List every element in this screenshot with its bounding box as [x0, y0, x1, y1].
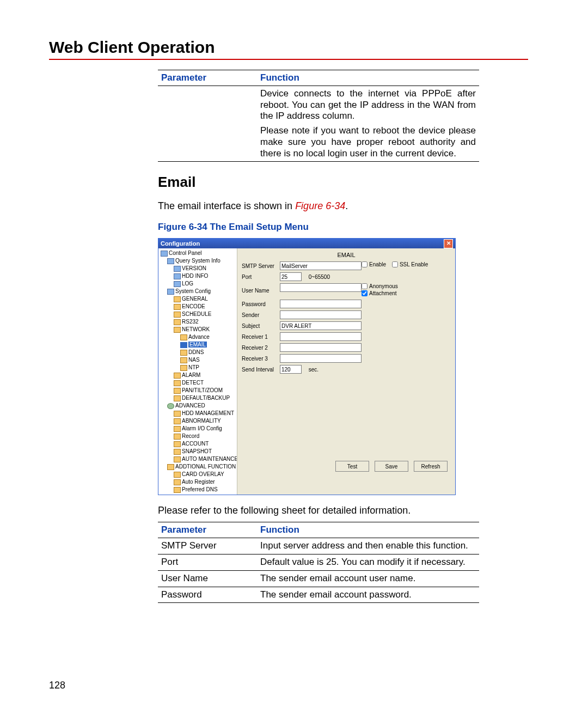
table-row: PortDefault value is 25. You can modify …	[158, 554, 479, 571]
param-cell: User Name	[158, 570, 257, 587]
sender-input[interactable]	[280, 310, 362, 319]
username-input[interactable]	[280, 283, 362, 292]
tree-item[interactable]: DETECT	[182, 380, 204, 386]
folder-icon	[174, 441, 181, 447]
email-intro: The email interface is shown in Figure 6…	[158, 200, 512, 212]
tree-item[interactable]: RS232	[182, 319, 199, 325]
label: Attachment	[369, 290, 397, 296]
tree-item[interactable]: VERSION	[182, 265, 206, 271]
enable-checkbox[interactable]: Enable	[362, 261, 386, 267]
function-paragraph: Please note if you want to reboot the de…	[260, 125, 476, 159]
attachment-checkbox[interactable]: Attachment	[362, 290, 397, 296]
nav-tree[interactable]: Control Panel Query System Info VERSION …	[158, 248, 237, 495]
tree-item[interactable]: Auto Register	[182, 479, 215, 485]
tree-item[interactable]: SNAPSHOT	[182, 448, 212, 454]
tree-item[interactable]: ADDTIONAL FUNCTION	[175, 464, 236, 470]
tree-item[interactable]: ABNORMALITY	[182, 418, 221, 424]
tree-item[interactable]: HDD MANAGEMENT	[182, 410, 234, 416]
folder-icon	[174, 418, 181, 424]
function-cell: Default value is 25. You can modify it i…	[257, 554, 479, 571]
receiver2-input[interactable]	[280, 343, 362, 352]
tree-item[interactable]: System Config	[175, 288, 211, 294]
col-parameter: Parameter	[158, 522, 257, 538]
label-password: Password	[242, 301, 280, 307]
function-cell: The sender email account user name.	[257, 570, 479, 587]
screenshot-window: Configuration ✕ Control Panel Query Syst…	[158, 238, 456, 495]
tree-item[interactable]: AUTO MAINTENANCE	[182, 456, 237, 462]
folder-icon	[174, 380, 181, 386]
tree-item[interactable]: NETWORK	[182, 326, 210, 332]
function-cell: The sender email account password.	[257, 587, 479, 603]
tree-item[interactable]: Advance	[188, 334, 210, 340]
page-number: 128	[49, 680, 65, 691]
tree-item[interactable]: NTP	[188, 364, 199, 370]
tree-item[interactable]: ADVANCED	[175, 403, 205, 409]
ssl-checkbox[interactable]: SSL Enable	[392, 261, 428, 267]
tree-item[interactable]: NAS	[188, 357, 200, 363]
tree-item[interactable]: DDNS	[188, 349, 204, 355]
title-divider	[49, 59, 528, 60]
anonymous-checkbox[interactable]: Anonymous	[362, 283, 398, 289]
panel-icon	[161, 251, 168, 257]
tree-root[interactable]: Control Panel	[169, 250, 202, 256]
folder-icon	[174, 472, 181, 478]
tree-item[interactable]: Query System Info	[175, 258, 220, 264]
label-receiver3: Receiver 3	[242, 356, 280, 362]
label-username: User Name	[242, 288, 280, 294]
tree-item-email[interactable]: EMAIL	[188, 342, 207, 348]
function-cell: Input server address and then enable thi…	[257, 538, 479, 554]
panel-title: EMAIL	[242, 252, 451, 258]
col-function: Function	[257, 522, 479, 538]
tree-item[interactable]: LOG	[182, 281, 193, 287]
close-icon[interactable]: ✕	[444, 239, 453, 248]
email-params-table: Parameter Function SMTP ServerInput serv…	[158, 522, 479, 603]
folder-icon	[174, 411, 181, 417]
tree-item[interactable]: Alarm I/O Config	[182, 425, 222, 431]
subject-input[interactable]	[280, 321, 362, 330]
param-cell: Password	[158, 587, 257, 603]
test-button[interactable]: Test	[335, 461, 369, 472]
receiver1-input[interactable]	[280, 332, 362, 341]
label: Anonymous	[369, 283, 398, 289]
folder-icon	[180, 342, 187, 348]
folder-icon	[174, 456, 181, 462]
tree-item[interactable]: ENCODE	[182, 303, 205, 309]
table-row: Device connects to the internet via PPPo…	[158, 86, 479, 162]
tree-item[interactable]: ACCOUNT	[182, 441, 209, 447]
label-sender: Sender	[242, 312, 280, 318]
folder-icon	[174, 426, 181, 432]
label-sec: sec.	[309, 367, 318, 373]
tree-item[interactable]: PAN/TILT/ZOOM	[182, 387, 223, 393]
folder-icon	[167, 464, 174, 470]
receiver3-input[interactable]	[280, 354, 362, 363]
label-subject: Subject	[242, 323, 280, 329]
refresh-button[interactable]: Refresh	[414, 461, 448, 472]
tree-item[interactable]: HDD INFO	[182, 273, 208, 279]
tree-item[interactable]: SCHEDULE	[182, 311, 211, 317]
file-icon	[174, 281, 181, 287]
text: .	[345, 200, 348, 211]
table-row: User NameThe sender email account user n…	[158, 570, 479, 587]
port-range: 0~65500	[309, 274, 330, 280]
tree-item[interactable]: Preferred DNS	[182, 486, 218, 492]
port-input[interactable]	[280, 272, 302, 281]
tree-item[interactable]: ALARM	[182, 372, 200, 378]
save-button[interactable]: Save	[375, 461, 408, 472]
tree-item[interactable]: GENERAL	[182, 296, 208, 302]
interval-input[interactable]	[280, 365, 302, 374]
col-function: Function	[257, 70, 479, 86]
gear-icon	[167, 403, 174, 409]
password-input[interactable]	[280, 300, 362, 308]
param-cell: SMTP Server	[158, 538, 257, 554]
label: Enable	[369, 261, 386, 267]
tree-item[interactable]: Record	[182, 433, 199, 439]
smtp-input[interactable]	[280, 261, 362, 270]
label-receiver1: Receiver 1	[242, 334, 280, 340]
folder-icon	[180, 365, 187, 371]
tree-item[interactable]: CARD OVERLAY	[182, 471, 224, 477]
tree-item[interactable]: DEFAULT/BACKUP	[182, 395, 230, 401]
label-interval: Send Interval	[242, 367, 280, 373]
window-titlebar[interactable]: Configuration ✕	[158, 239, 455, 248]
param-cell	[158, 86, 257, 162]
folder-icon	[174, 479, 181, 485]
